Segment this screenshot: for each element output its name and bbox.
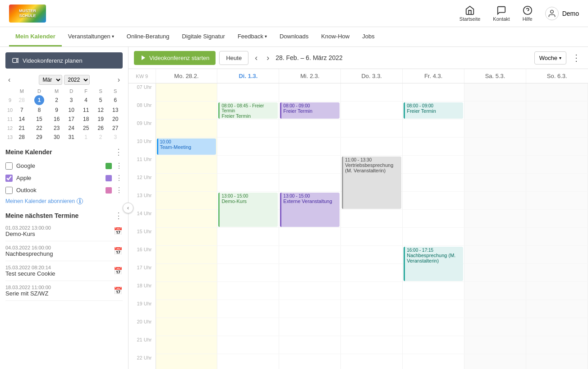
calendar-cell[interactable] (464, 354, 526, 369)
appointment-item-1[interactable]: 01.03.2022 13:00:00 Demo-Kurs 📅 (5, 225, 123, 241)
next-month-button[interactable]: › (115, 75, 123, 85)
calendar-cell[interactable] (217, 300, 279, 318)
calendar-event[interactable]: 10:00Team-Meeting (157, 138, 216, 155)
calendar-cell[interactable] (526, 246, 588, 264)
outlook-more-button[interactable]: ⋮ (115, 186, 123, 194)
calendar-event[interactable]: 13:00 - 15:00Demo-Kurs (218, 193, 278, 227)
calendar-cell[interactable] (279, 246, 341, 264)
next-week-button[interactable]: › (264, 51, 272, 65)
calendar-cell[interactable] (217, 318, 279, 336)
startseite-action[interactable]: Startseite (459, 5, 480, 22)
calendar-cell[interactable] (279, 138, 341, 156)
nav-item-feedback[interactable]: Feedback ▾ (231, 28, 273, 46)
calendar-cell[interactable] (464, 138, 526, 156)
google-more-button[interactable]: ⋮ (115, 161, 123, 170)
apple-more-button[interactable]: ⋮ (115, 174, 123, 182)
calendar-cell[interactable] (279, 83, 341, 101)
calendar-cell[interactable] (279, 318, 341, 336)
calendar-cell[interactable] (279, 354, 341, 369)
google-checkbox[interactable] (5, 162, 13, 170)
calendar-cell[interactable] (464, 156, 526, 174)
calendar-cell[interactable] (156, 336, 217, 354)
calendar-cell[interactable] (156, 120, 217, 138)
nav-item-jobs[interactable]: Jobs (356, 28, 381, 46)
next-appointments-more-button[interactable]: ⋮ (115, 211, 123, 221)
calendar-cell[interactable] (526, 336, 588, 354)
calendar-cell[interactable] (526, 138, 588, 156)
calendar-cell[interactable] (341, 120, 403, 138)
hilfe-action[interactable]: Hilfe (523, 5, 533, 22)
calendar-cell[interactable] (156, 318, 217, 336)
calendar-cell[interactable] (403, 228, 464, 246)
calendar-cell[interactable] (341, 354, 403, 369)
calendar-cell[interactable] (526, 318, 588, 336)
calendar-cell[interactable] (279, 174, 341, 192)
sidebar-collapse-button[interactable]: ‹ (123, 203, 133, 213)
calendar-cell[interactable] (464, 264, 526, 282)
calendar-cell[interactable] (464, 101, 526, 120)
subscribe-link[interactable]: Meinen Kalender abonnieren ℹ (5, 198, 123, 204)
calendar-cell[interactable] (464, 83, 526, 101)
calendar-cell[interactable] (464, 228, 526, 246)
calendar-cell[interactable] (526, 192, 588, 210)
calendar-cell[interactable] (526, 101, 588, 120)
calendar-cell[interactable] (464, 174, 526, 192)
calendar-cell[interactable] (279, 120, 341, 138)
calendar-cell[interactable] (403, 156, 464, 174)
calendar-cell[interactable] (156, 83, 217, 101)
year-select[interactable]: 20202021202220232024 (64, 75, 90, 85)
calendar-cell[interactable] (464, 192, 526, 210)
calendar-cell[interactable] (279, 228, 341, 246)
calendar-cell[interactable] (341, 228, 403, 246)
nav-item-downloads[interactable]: Downloads (273, 28, 315, 46)
calendar-cell[interactable] (341, 282, 403, 300)
calendar-cell[interactable] (279, 300, 341, 318)
calendar-cell[interactable] (403, 282, 464, 300)
calendar-cell[interactable] (341, 336, 403, 354)
calendar-cell[interactable] (279, 156, 341, 174)
calendar-cell[interactable]: 08:00 - 08:45 - Freier TerminFreier Term… (217, 101, 279, 120)
calendar-cell[interactable] (217, 282, 279, 300)
calendar-cell[interactable] (156, 246, 217, 264)
nav-item-digitale-signatur[interactable]: Digitale Signatur (176, 28, 231, 46)
calendar-cell[interactable] (341, 101, 403, 120)
calendar-cell[interactable] (156, 101, 217, 120)
calendar-cell[interactable] (217, 138, 279, 156)
appointment-item-2[interactable]: 04.03.2022 16:00:00 Nachbesprechung 📅 (5, 245, 123, 261)
calendar-cell[interactable] (526, 354, 588, 369)
calendar-cell[interactable] (341, 318, 403, 336)
calendar-cell[interactable] (403, 300, 464, 318)
user-menu[interactable]: Demo (545, 7, 579, 20)
calendar-cell[interactable] (156, 156, 217, 174)
calendar-cell[interactable] (464, 300, 526, 318)
calendar-cell[interactable] (403, 354, 464, 369)
appointment-item-4[interactable]: 18.03.2022 11:00:00 Serie mit SZ/WZ 📅 (5, 285, 123, 301)
calendar-cell[interactable] (526, 282, 588, 300)
calendar-cell[interactable] (217, 156, 279, 174)
calendar-cell[interactable] (341, 138, 403, 156)
calendar-cell[interactable] (464, 318, 526, 336)
calendar-cell[interactable] (464, 336, 526, 354)
calendar-cell[interactable] (217, 83, 279, 101)
calendar-cell[interactable] (464, 246, 526, 264)
calendar-cell[interactable] (403, 138, 464, 156)
calendar-cell[interactable] (217, 264, 279, 282)
calendar-cell[interactable]: 16:00 - 17:15Nachbesprechung (M. Veranst… (403, 246, 464, 264)
calendar-cell[interactable] (156, 192, 217, 210)
calendar-event[interactable]: 13:00 - 15:00Externe Veranstaltung (280, 193, 340, 227)
calendar-cell[interactable] (464, 282, 526, 300)
calendar-cell[interactable]: 10:00Team-Meeting (156, 138, 217, 156)
calendar-cell[interactable] (156, 174, 217, 192)
calendar-cell[interactable] (526, 174, 588, 192)
calendar-cell[interactable] (526, 120, 588, 138)
calendar-cell[interactable] (217, 228, 279, 246)
outlook-checkbox[interactable] (5, 187, 13, 194)
calendar-cell[interactable] (403, 83, 464, 101)
calendar-cell[interactable] (403, 174, 464, 192)
calendar-cell[interactable] (156, 210, 217, 228)
calendar-cell[interactable] (341, 264, 403, 282)
nav-item-know-how[interactable]: Know-How (315, 28, 356, 46)
calendar-cell[interactable] (156, 300, 217, 318)
calendar-event[interactable]: 08:00 - 09:00Freier Termin (404, 102, 463, 119)
nav-item-veranstaltungen[interactable]: Veranstaltungen ▾ (62, 28, 120, 46)
